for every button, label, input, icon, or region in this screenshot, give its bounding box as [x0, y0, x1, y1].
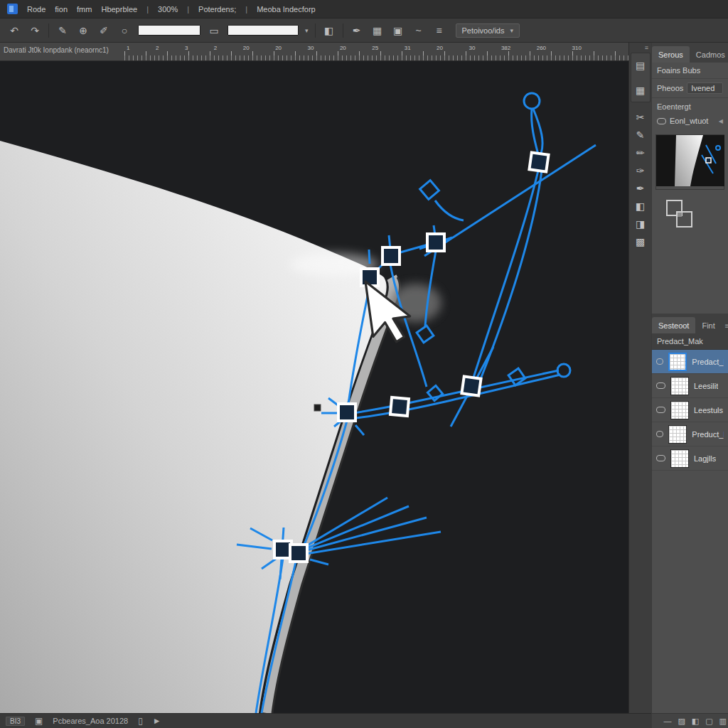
- redo-icon[interactable]: ↷: [28, 23, 42, 38]
- anchor-point[interactable]: [290, 545, 307, 562]
- layer-row[interactable]: Predact_Ma: [652, 350, 728, 374]
- canvas-svg[interactable]: [0, 61, 628, 713]
- anchor-point[interactable]: [361, 269, 378, 286]
- path-segment[interactable]: [348, 370, 559, 414]
- mask-mode-icon[interactable]: ◧: [322, 23, 336, 38]
- panel-menu-icon[interactable]: ≡: [645, 44, 648, 51]
- menu-item-4[interactable]: Hbeprblee: [101, 5, 137, 14]
- brush-icon[interactable]: ✐: [97, 23, 111, 38]
- path-segment[interactable]: [481, 171, 542, 379]
- properties-title-label: Foains Bubs: [657, 66, 700, 75]
- curve-icon[interactable]: ~: [412, 23, 426, 38]
- chevron-down-icon[interactable]: ▾: [305, 27, 309, 34]
- ink-pen-tool-icon[interactable]: ✒: [632, 179, 649, 197]
- path-segment[interactable]: [473, 171, 538, 378]
- arrow-left-icon[interactable]: ◀: [719, 118, 723, 124]
- play-icon[interactable]: ►: [153, 716, 161, 726]
- path-endpoint-circle[interactable]: [524, 93, 540, 109]
- layer-thumbnail[interactable]: [668, 353, 687, 371]
- layer-visibility-toggle[interactable]: [656, 455, 665, 461]
- anchor-point[interactable]: [427, 234, 444, 251]
- anchor-point[interactable]: [529, 152, 548, 171]
- align-lines-icon[interactable]: ≡: [432, 23, 446, 38]
- product-body: [0, 141, 387, 713]
- new-layer-icon[interactable]: ▢: [705, 717, 712, 726]
- anchor-point[interactable]: [390, 397, 409, 416]
- add-mask-icon[interactable]: ◧: [692, 717, 699, 726]
- tool-option-field-2[interactable]: [228, 25, 299, 36]
- tool-option-field-1[interactable]: [138, 25, 200, 36]
- anchor-point[interactable]: [338, 404, 355, 421]
- trash-icon[interactable]: ▥: [719, 717, 727, 726]
- properties-row-title: Foains Bubs: [652, 63, 728, 79]
- overlap-squares-icon[interactable]: [666, 200, 696, 228]
- tab-channels[interactable]: Cadmos: [690, 46, 728, 63]
- navigator-thumbnail[interactable]: [655, 134, 724, 190]
- tiny-anchor-dot[interactable]: [314, 405, 321, 411]
- ruler-number: 3: [185, 45, 188, 51]
- layer-visibility-toggle[interactable]: [656, 431, 663, 437]
- divider: [48, 23, 49, 38]
- layer-row[interactable]: Lagjlls: [652, 446, 728, 471]
- ruler-number: 30: [469, 45, 475, 51]
- menu-item-1[interactable]: Rode: [27, 5, 46, 14]
- panel-menu-icon[interactable]: ≡: [722, 322, 728, 333]
- tool-preset-label: Petoivoo/ids: [462, 26, 505, 35]
- pencil-tool-icon[interactable]: ✏: [632, 144, 649, 161]
- half-tone-tool-icon[interactable]: ◨: [632, 215, 649, 232]
- pen-tool-icon[interactable]: ✎: [55, 23, 70, 38]
- menu-item-3[interactable]: fmm: [77, 5, 92, 14]
- path-endpoint-circle[interactable]: [557, 364, 570, 377]
- layer-row[interactable]: Leesilit: [652, 374, 728, 398]
- field-value-box[interactable]: Ivened: [687, 82, 723, 94]
- layer-visibility-toggle[interactable]: [656, 358, 663, 365]
- menu-item-2[interactable]: fion: [55, 5, 68, 14]
- layer-row[interactable]: Preduct_Mo: [652, 422, 728, 446]
- nib-tool-icon[interactable]: ✑: [632, 161, 649, 179]
- add-anchor-icon[interactable]: ⊕: [76, 23, 90, 38]
- tab-paths[interactable]: Fint: [695, 317, 721, 333]
- layer-thumbnail[interactable]: [670, 377, 689, 395]
- ruler-number: 20: [275, 45, 282, 51]
- direction-handle[interactable]: [424, 145, 596, 256]
- canvas-area[interactable]: [0, 61, 628, 713]
- pen-tool-strip-icon[interactable]: ✎: [632, 126, 649, 144]
- document-tab[interactable]: Davrati Jt0k Ionpdank (neaornc1): [4, 46, 109, 54]
- ruler-number: 260: [537, 45, 546, 51]
- mask-tool-icon[interactable]: ◧: [632, 197, 649, 215]
- circle-swatch-icon[interactable]: ○: [117, 23, 132, 38]
- photoshop-window: Rode fion fmm Hbeprblee | 300% | Poterde…: [0, 0, 728, 728]
- layer-thumbnail[interactable]: [670, 449, 689, 468]
- pattern-tool-icon[interactable]: ▩: [632, 232, 649, 250]
- anchor-point[interactable]: [382, 247, 400, 264]
- layer-visibility-toggle[interactable]: [656, 382, 665, 389]
- clipboard-icon: ▯: [138, 716, 143, 726]
- status-zoom-box[interactable]: BI3: [6, 717, 25, 726]
- layer-visibility-toggle[interactable]: [656, 407, 665, 413]
- lasso-tool-icon[interactable]: ✂: [632, 108, 649, 126]
- tab-properties[interactable]: Serous: [652, 46, 690, 63]
- folder-icon[interactable]: ▣: [391, 23, 405, 38]
- duplicate-doc-tool-icon[interactable]: ▦: [632, 81, 649, 99]
- ruler-number: 1: [127, 45, 129, 51]
- direction-handle[interactable]: [435, 200, 464, 220]
- link-icon[interactable]: —: [663, 717, 671, 725]
- tool-preset-dropdown[interactable]: Petoivoo/ids ▾: [456, 23, 520, 38]
- fx-icon[interactable]: ▨: [678, 717, 685, 726]
- new-doc-tool-icon[interactable]: ▤: [632, 56, 649, 74]
- grid-icon[interactable]: ▦: [370, 23, 385, 38]
- anchor-point[interactable]: [461, 376, 481, 395]
- shape-chip-icon[interactable]: ▭: [207, 23, 221, 38]
- path-segment[interactable]: [350, 375, 560, 419]
- layer-row[interactable]: Leestuls: [652, 398, 728, 422]
- undo-icon[interactable]: ↶: [7, 23, 21, 38]
- layer-thumbnail[interactable]: [668, 425, 687, 444]
- unselected-anchor-diamond[interactable]: [417, 326, 434, 343]
- layer-thumbnail[interactable]: [670, 401, 689, 419]
- ruler-number: 20: [437, 45, 443, 51]
- unselected-anchor-diamond[interactable]: [420, 181, 439, 200]
- path-segment[interactable]: [533, 109, 542, 154]
- tab-layers[interactable]: Sesteoot: [652, 317, 695, 333]
- pen-options-icon[interactable]: ✒: [350, 23, 364, 38]
- checkbox[interactable]: [657, 118, 666, 124]
